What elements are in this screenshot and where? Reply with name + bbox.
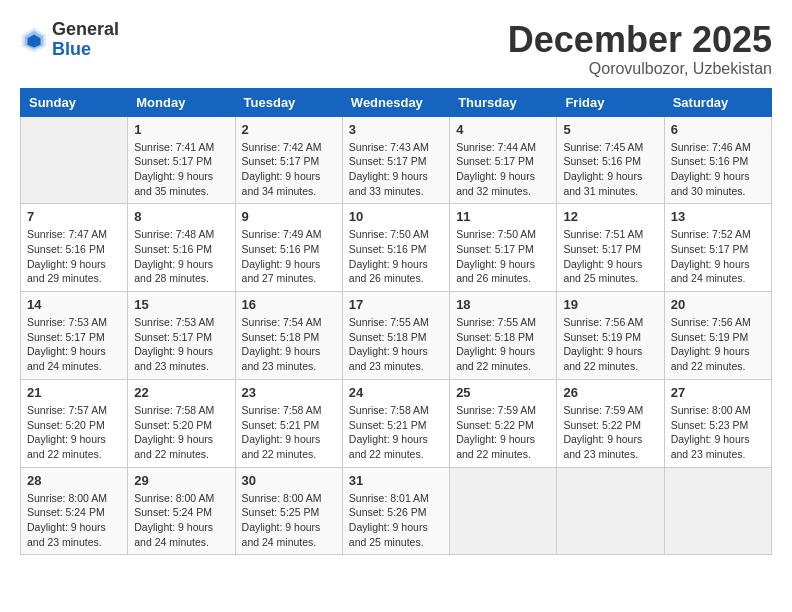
day-info: Sunrise: 7:46 AMSunset: 5:16 PMDaylight:… xyxy=(671,140,765,199)
calendar-day-cell: 3Sunrise: 7:43 AMSunset: 5:17 PMDaylight… xyxy=(342,116,449,204)
day-of-week-friday: Friday xyxy=(557,88,664,116)
day-number: 21 xyxy=(27,385,121,400)
calendar-day-cell: 7Sunrise: 7:47 AMSunset: 5:16 PMDaylight… xyxy=(21,204,128,292)
day-info: Sunrise: 7:42 AMSunset: 5:17 PMDaylight:… xyxy=(242,140,336,199)
day-of-week-wednesday: Wednesday xyxy=(342,88,449,116)
calendar-day-cell xyxy=(450,467,557,555)
day-number: 3 xyxy=(349,122,443,137)
calendar-day-cell: 5Sunrise: 7:45 AMSunset: 5:16 PMDaylight… xyxy=(557,116,664,204)
day-info: Sunrise: 7:47 AMSunset: 5:16 PMDaylight:… xyxy=(27,227,121,286)
calendar-week-row: 1Sunrise: 7:41 AMSunset: 5:17 PMDaylight… xyxy=(21,116,772,204)
calendar-day-cell xyxy=(664,467,771,555)
logo-text: General Blue xyxy=(52,20,119,60)
calendar-week-row: 14Sunrise: 7:53 AMSunset: 5:17 PMDayligh… xyxy=(21,292,772,380)
day-number: 1 xyxy=(134,122,228,137)
day-number: 6 xyxy=(671,122,765,137)
day-info: Sunrise: 7:44 AMSunset: 5:17 PMDaylight:… xyxy=(456,140,550,199)
day-info: Sunrise: 7:50 AMSunset: 5:16 PMDaylight:… xyxy=(349,227,443,286)
calendar-day-cell: 24Sunrise: 7:58 AMSunset: 5:21 PMDayligh… xyxy=(342,379,449,467)
day-number: 27 xyxy=(671,385,765,400)
calendar-day-cell: 30Sunrise: 8:00 AMSunset: 5:25 PMDayligh… xyxy=(235,467,342,555)
day-number: 28 xyxy=(27,473,121,488)
calendar-day-cell: 22Sunrise: 7:58 AMSunset: 5:20 PMDayligh… xyxy=(128,379,235,467)
day-info: Sunrise: 7:45 AMSunset: 5:16 PMDaylight:… xyxy=(563,140,657,199)
page-header: General Blue December 2025 Qorovulbozor,… xyxy=(20,20,772,78)
day-info: Sunrise: 8:00 AMSunset: 5:24 PMDaylight:… xyxy=(27,491,121,550)
day-info: Sunrise: 8:01 AMSunset: 5:26 PMDaylight:… xyxy=(349,491,443,550)
location-subtitle: Qorovulbozor, Uzbekistan xyxy=(508,60,772,78)
calendar-week-row: 28Sunrise: 8:00 AMSunset: 5:24 PMDayligh… xyxy=(21,467,772,555)
calendar-day-cell xyxy=(557,467,664,555)
day-number: 14 xyxy=(27,297,121,312)
day-info: Sunrise: 7:59 AMSunset: 5:22 PMDaylight:… xyxy=(563,403,657,462)
calendar-day-cell: 11Sunrise: 7:50 AMSunset: 5:17 PMDayligh… xyxy=(450,204,557,292)
calendar-week-row: 21Sunrise: 7:57 AMSunset: 5:20 PMDayligh… xyxy=(21,379,772,467)
calendar-day-cell: 20Sunrise: 7:56 AMSunset: 5:19 PMDayligh… xyxy=(664,292,771,380)
day-number: 26 xyxy=(563,385,657,400)
day-number: 2 xyxy=(242,122,336,137)
calendar-day-cell: 28Sunrise: 8:00 AMSunset: 5:24 PMDayligh… xyxy=(21,467,128,555)
calendar-day-cell: 15Sunrise: 7:53 AMSunset: 5:17 PMDayligh… xyxy=(128,292,235,380)
calendar-week-row: 7Sunrise: 7:47 AMSunset: 5:16 PMDaylight… xyxy=(21,204,772,292)
day-info: Sunrise: 7:53 AMSunset: 5:17 PMDaylight:… xyxy=(134,315,228,374)
day-info: Sunrise: 7:49 AMSunset: 5:16 PMDaylight:… xyxy=(242,227,336,286)
calendar-day-cell: 29Sunrise: 8:00 AMSunset: 5:24 PMDayligh… xyxy=(128,467,235,555)
day-of-week-saturday: Saturday xyxy=(664,88,771,116)
day-number: 24 xyxy=(349,385,443,400)
day-info: Sunrise: 7:50 AMSunset: 5:17 PMDaylight:… xyxy=(456,227,550,286)
day-number: 8 xyxy=(134,209,228,224)
day-number: 4 xyxy=(456,122,550,137)
calendar-day-cell: 18Sunrise: 7:55 AMSunset: 5:18 PMDayligh… xyxy=(450,292,557,380)
day-number: 31 xyxy=(349,473,443,488)
calendar-day-cell: 2Sunrise: 7:42 AMSunset: 5:17 PMDaylight… xyxy=(235,116,342,204)
calendar-day-cell: 1Sunrise: 7:41 AMSunset: 5:17 PMDaylight… xyxy=(128,116,235,204)
calendar-day-cell: 4Sunrise: 7:44 AMSunset: 5:17 PMDaylight… xyxy=(450,116,557,204)
day-of-week-sunday: Sunday xyxy=(21,88,128,116)
day-number: 29 xyxy=(134,473,228,488)
day-number: 11 xyxy=(456,209,550,224)
calendar-day-cell: 12Sunrise: 7:51 AMSunset: 5:17 PMDayligh… xyxy=(557,204,664,292)
day-info: Sunrise: 7:59 AMSunset: 5:22 PMDaylight:… xyxy=(456,403,550,462)
day-info: Sunrise: 7:58 AMSunset: 5:21 PMDaylight:… xyxy=(349,403,443,462)
day-info: Sunrise: 7:52 AMSunset: 5:17 PMDaylight:… xyxy=(671,227,765,286)
day-number: 12 xyxy=(563,209,657,224)
day-of-week-tuesday: Tuesday xyxy=(235,88,342,116)
day-number: 10 xyxy=(349,209,443,224)
calendar-day-cell: 21Sunrise: 7:57 AMSunset: 5:20 PMDayligh… xyxy=(21,379,128,467)
calendar-day-cell: 27Sunrise: 8:00 AMSunset: 5:23 PMDayligh… xyxy=(664,379,771,467)
day-info: Sunrise: 7:55 AMSunset: 5:18 PMDaylight:… xyxy=(349,315,443,374)
day-number: 15 xyxy=(134,297,228,312)
day-info: Sunrise: 7:56 AMSunset: 5:19 PMDaylight:… xyxy=(671,315,765,374)
day-number: 17 xyxy=(349,297,443,312)
calendar-day-cell: 10Sunrise: 7:50 AMSunset: 5:16 PMDayligh… xyxy=(342,204,449,292)
day-info: Sunrise: 7:58 AMSunset: 5:21 PMDaylight:… xyxy=(242,403,336,462)
day-number: 22 xyxy=(134,385,228,400)
day-number: 5 xyxy=(563,122,657,137)
day-info: Sunrise: 7:43 AMSunset: 5:17 PMDaylight:… xyxy=(349,140,443,199)
calendar-day-cell: 19Sunrise: 7:56 AMSunset: 5:19 PMDayligh… xyxy=(557,292,664,380)
calendar-day-cell: 14Sunrise: 7:53 AMSunset: 5:17 PMDayligh… xyxy=(21,292,128,380)
day-info: Sunrise: 7:53 AMSunset: 5:17 PMDaylight:… xyxy=(27,315,121,374)
day-info: Sunrise: 7:48 AMSunset: 5:16 PMDaylight:… xyxy=(134,227,228,286)
day-number: 16 xyxy=(242,297,336,312)
day-number: 9 xyxy=(242,209,336,224)
calendar-day-cell: 8Sunrise: 7:48 AMSunset: 5:16 PMDaylight… xyxy=(128,204,235,292)
day-info: Sunrise: 7:56 AMSunset: 5:19 PMDaylight:… xyxy=(563,315,657,374)
day-info: Sunrise: 7:58 AMSunset: 5:20 PMDaylight:… xyxy=(134,403,228,462)
day-info: Sunrise: 7:51 AMSunset: 5:17 PMDaylight:… xyxy=(563,227,657,286)
calendar-day-cell: 23Sunrise: 7:58 AMSunset: 5:21 PMDayligh… xyxy=(235,379,342,467)
day-info: Sunrise: 7:57 AMSunset: 5:20 PMDaylight:… xyxy=(27,403,121,462)
day-info: Sunrise: 7:41 AMSunset: 5:17 PMDaylight:… xyxy=(134,140,228,199)
day-number: 19 xyxy=(563,297,657,312)
day-info: Sunrise: 7:54 AMSunset: 5:18 PMDaylight:… xyxy=(242,315,336,374)
calendar-table: SundayMondayTuesdayWednesdayThursdayFrid… xyxy=(20,88,772,556)
calendar-day-cell: 25Sunrise: 7:59 AMSunset: 5:22 PMDayligh… xyxy=(450,379,557,467)
day-number: 7 xyxy=(27,209,121,224)
day-info: Sunrise: 7:55 AMSunset: 5:18 PMDaylight:… xyxy=(456,315,550,374)
calendar-day-cell xyxy=(21,116,128,204)
day-info: Sunrise: 8:00 AMSunset: 5:25 PMDaylight:… xyxy=(242,491,336,550)
calendar-day-cell: 6Sunrise: 7:46 AMSunset: 5:16 PMDaylight… xyxy=(664,116,771,204)
month-year-title: December 2025 xyxy=(508,20,772,60)
calendar-day-cell: 17Sunrise: 7:55 AMSunset: 5:18 PMDayligh… xyxy=(342,292,449,380)
day-number: 18 xyxy=(456,297,550,312)
